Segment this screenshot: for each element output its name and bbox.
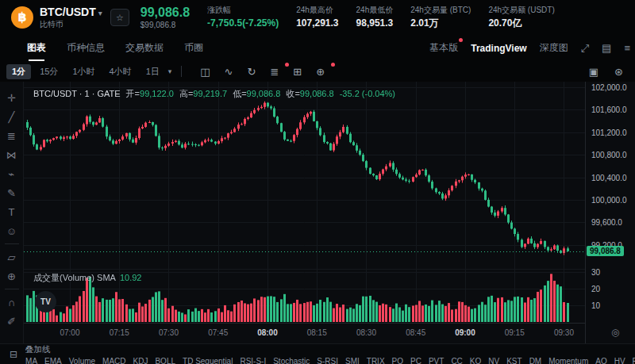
stat-label: 涨跌幅 xyxy=(207,6,279,15)
brush-icon[interactable]: ✎ xyxy=(0,183,23,202)
view-mode-基本版[interactable]: 基本版 xyxy=(429,41,458,55)
ruler-icon[interactable]: ▱ xyxy=(0,247,23,266)
panel-icon[interactable]: ▤ xyxy=(602,42,611,54)
price-tick: 101,600.0 xyxy=(591,105,627,114)
view-mode-深度图[interactable]: 深度图 xyxy=(540,41,568,55)
price-axis[interactable]: 102,000.0101,600.0101,200.0100,800.0100,… xyxy=(585,82,635,343)
indicator-MACD[interactable]: MACD xyxy=(102,357,125,364)
stat-4: 24h交易额 (USDT)20.70亿 xyxy=(488,6,554,29)
volume-legend: 成交量(Volume) SMA10.92 xyxy=(33,272,141,284)
indicator-RSI-S-I[interactable]: RSI-S-I xyxy=(240,357,266,364)
indicators-icon[interactable]: ∿ xyxy=(219,66,239,78)
indicator-NV[interactable]: NV xyxy=(488,357,499,364)
timeframe-4小时[interactable]: 4小时 xyxy=(104,64,137,79)
list-icon[interactable]: ≡ xyxy=(624,42,630,54)
indicator-叠加线[interactable]: 叠加线 xyxy=(25,344,51,354)
tab-币种信息[interactable]: 币种信息 xyxy=(67,35,105,61)
tab-币圈[interactable]: 币圈 xyxy=(184,35,203,61)
forecast-icon[interactable]: ⌁ xyxy=(0,164,23,183)
indicator-Volume[interactable]: Volume xyxy=(69,357,95,364)
pair-name: BTC/USDT xyxy=(40,6,96,18)
last-price-usd: $99,086.8 xyxy=(140,21,190,30)
chart-area: ✛╱≣⋈⌁✎T☺▱⊕∩✐ BTC/USDT · 1 · GATE开=99,122… xyxy=(0,82,635,343)
indicator-EMA[interactable]: EMA xyxy=(44,357,62,364)
indicator-KST[interactable]: KST xyxy=(506,357,521,364)
stat-label: 24h最高价 xyxy=(296,6,338,15)
indicator-HV[interactable]: HV xyxy=(614,357,625,364)
zoom-in-icon[interactable]: ⊕ xyxy=(0,266,23,285)
indicator-Momentum[interactable]: Momentum xyxy=(548,357,588,364)
indicator-SMI[interactable]: SMI xyxy=(345,357,360,364)
legend-value: 99,086.8 xyxy=(247,89,281,98)
fib-lines-icon[interactable]: ≣ xyxy=(0,126,23,145)
stat-value: 20.70亿 xyxy=(488,17,554,29)
indicator-panel-icon[interactable]: ⊟ xyxy=(10,349,17,360)
indicator-DM[interactable]: DM xyxy=(529,357,542,364)
time-tick: 08:00 xyxy=(257,328,278,337)
indicator-bar: ⊟ 叠加线MAEMAVolumeMACDKDJBOLLTD Sequential… xyxy=(0,343,635,364)
legend-key: 收= xyxy=(286,89,299,98)
timeframe-1小时[interactable]: 1小时 xyxy=(67,64,100,79)
price-tick: 101,200.0 xyxy=(591,128,627,137)
crosshair-icon[interactable]: ✛ xyxy=(0,88,23,107)
chart-style-icon[interactable]: ◫ xyxy=(194,66,215,78)
legend-change: -35.2 (-0.04%) xyxy=(340,89,395,98)
expand-icon[interactable]: ⤢ xyxy=(581,42,589,55)
indicator-PVT[interactable]: PVT xyxy=(429,357,444,364)
chart-settings-icon[interactable]: ⊛ xyxy=(609,66,629,78)
divider xyxy=(5,289,19,289)
indicator-Rate[interactable]: Rate xyxy=(633,357,635,364)
pane-separator[interactable] xyxy=(24,269,585,270)
price-tick: 99,600.0 xyxy=(591,218,622,227)
timeframe-1日[interactable]: 1日 xyxy=(140,64,165,79)
indicator-PC[interactable]: PC xyxy=(410,357,421,364)
legend-value: 99,086.8 xyxy=(300,89,334,98)
tab-图表[interactable]: 图表 xyxy=(27,35,46,61)
indicator-TRIX[interactable]: TRIX xyxy=(367,357,385,364)
legend-key: 低= xyxy=(233,89,246,98)
time-tick: 08:30 xyxy=(356,328,376,337)
tab-交易数据[interactable]: 交易数据 xyxy=(125,35,164,61)
favorite-button[interactable]: ☆ xyxy=(110,9,129,26)
indicator-PO[interactable]: PO xyxy=(392,357,403,364)
indicator-BOLL[interactable]: BOLL xyxy=(155,357,175,364)
tradingview-watermark[interactable]: TV xyxy=(35,291,56,312)
indicator-CC[interactable]: CC xyxy=(451,357,462,364)
emoji-icon[interactable]: ☺ xyxy=(0,221,23,240)
candlestick-chart-canvas[interactable] xyxy=(24,82,585,323)
draw-lock-icon[interactable]: ✐ xyxy=(0,312,23,331)
indicator-KDJ[interactable]: KDJ xyxy=(133,357,148,364)
xabcd-pattern-icon[interactable]: ⋈ xyxy=(0,145,23,164)
indicator-AO[interactable]: AO xyxy=(595,357,606,364)
timezone-settings-icon[interactable]: ◎ xyxy=(611,327,619,338)
current-price-tag: 99,086.8 xyxy=(587,246,624,256)
timeframe-1分[interactable]: 1分 xyxy=(6,64,31,79)
indicator-KO[interactable]: KO xyxy=(470,357,481,364)
add-indicator-icon[interactable]: ⊕ xyxy=(310,66,330,78)
pair-selector[interactable]: ฿ BTC/USDT▾ 比特币 xyxy=(11,6,102,29)
timeframe-dropdown-caret[interactable]: ▾ xyxy=(165,67,175,75)
time-tick: 07:15 xyxy=(110,328,129,337)
page-tabs: 图表币种信息交易数据币圈 基本版TradingView深度图⤢▤≡ xyxy=(0,35,635,62)
timeframe-15分[interactable]: 15分 xyxy=(34,64,64,79)
text-tool-icon[interactable]: T xyxy=(0,202,23,221)
indicator-MA[interactable]: MA xyxy=(25,357,37,364)
stat-label: 24h交易额 (USDT) xyxy=(488,6,554,15)
magnet-icon[interactable]: ∩ xyxy=(0,293,23,312)
divider xyxy=(5,243,19,244)
indicator-TD Sequential[interactable]: TD Sequential xyxy=(183,357,233,364)
order-list-icon[interactable]: ≣ xyxy=(264,66,284,78)
time-tick: 07:45 xyxy=(208,328,228,337)
layout-grid-icon[interactable]: ⊞ xyxy=(287,66,307,78)
indicator-Stochastic[interactable]: Stochastic xyxy=(273,357,310,364)
time-axis[interactable]: 07:0007:1507:3007:4508:0008:1508:3008:45… xyxy=(24,323,585,344)
notification-dot xyxy=(331,63,335,67)
screenshot-camera-icon[interactable]: ▣ xyxy=(583,66,604,78)
legend-value: 99,122.0 xyxy=(140,89,174,98)
indicator-S-RSI[interactable]: S-RSI xyxy=(317,357,338,364)
stat-value: 98,951.3 xyxy=(356,17,394,29)
replay-icon[interactable]: ↻ xyxy=(241,66,261,78)
price-tick: 100,000.0 xyxy=(591,196,627,205)
trendline-icon[interactable]: ╱ xyxy=(0,107,23,126)
view-mode-TradingView[interactable]: TradingView xyxy=(471,43,526,54)
